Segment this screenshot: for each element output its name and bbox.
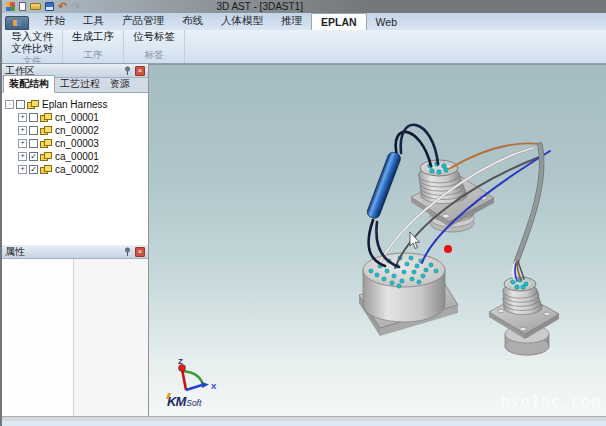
tree-item-label: ca_00001 (55, 151, 99, 162)
logo-soft-text: Soft (186, 398, 201, 408)
app-icon[interactable] (6, 2, 15, 11)
checkbox[interactable]: ✓ (29, 165, 38, 174)
ribbon-group-label-tag: 标签 (131, 48, 177, 63)
close-icon[interactable]: × (135, 247, 145, 257)
tab-product-management[interactable]: 产品管理 (113, 12, 173, 30)
km-soft-logo: KMSoft (167, 393, 201, 409)
properties-name-column (2, 259, 74, 416)
harness-connector-icon (40, 165, 52, 174)
new-file-icon[interactable] (19, 2, 26, 11)
expander-icon[interactable]: + (18, 126, 27, 135)
checkbox[interactable] (16, 100, 25, 109)
expander-icon[interactable]: + (18, 139, 27, 148)
harness-connector-icon (40, 139, 52, 148)
tree-item-label: cn_00002 (55, 125, 99, 136)
harness-connector-icon (40, 152, 52, 161)
file-compare-button[interactable]: 文件比对 (9, 43, 55, 55)
sleeve-blue[interactable] (366, 151, 402, 220)
ribbon-group-file: 导入文件 文件比对 文件 (2, 30, 63, 63)
logo-km-text: KM (167, 394, 185, 409)
tab-routing[interactable]: 布线 (173, 12, 212, 30)
import-file-button[interactable]: 导入文件 (9, 31, 55, 43)
save-icon[interactable] (45, 2, 54, 11)
tab-resources[interactable]: 资源 (105, 76, 135, 92)
tree-row[interactable]: + cn_00002 (5, 124, 148, 137)
status-bar (2, 416, 606, 421)
workspace-panel-tabs: 装配结构 工艺过程 资源 (2, 78, 148, 93)
position-label-button[interactable]: 位号标签 (131, 31, 177, 43)
viewport-3d[interactable]: Z X KMSoft hvo1nc.com (149, 64, 606, 416)
checkbox[interactable] (29, 126, 38, 135)
file-menu-icon (13, 20, 21, 26)
pin-icon[interactable] (123, 247, 132, 257)
harness-connector-icon (40, 126, 52, 135)
watermark-text: hvo1nc.com (501, 393, 601, 411)
expander-icon[interactable]: + (18, 152, 27, 161)
tree-row[interactable]: + cn_00003 (5, 137, 148, 150)
assembly-tree: - Eplan Harness + cn_00001 + (2, 93, 148, 245)
tab-assembly-structure[interactable]: 装配结构 (3, 75, 55, 93)
tree-row[interactable]: + ✓ ca_00001 (5, 150, 148, 163)
tab-start[interactable]: 开始 (35, 12, 74, 30)
checkbox[interactable] (29, 113, 38, 122)
expander-icon[interactable]: - (5, 100, 14, 109)
file-menu-button[interactable] (5, 16, 29, 30)
expander-icon[interactable]: + (18, 165, 27, 174)
properties-panel-title: 属性 (5, 245, 123, 259)
ribbon: 导入文件 文件比对 文件 生成工序 工序 位号标签 标签 (2, 30, 606, 64)
properties-panel-header: 属性 × (2, 245, 148, 259)
tree-item-label: cn_00001 (55, 112, 99, 123)
harness-connector-icon (27, 100, 39, 109)
properties-value-column (74, 259, 148, 416)
red-marker-dot (444, 245, 452, 253)
tree-row-root[interactable]: - Eplan Harness (5, 98, 148, 111)
ribbon-group-process: 生成工序 工序 (63, 30, 124, 63)
window-title: 3D AST - [3DAST1] (86, 1, 303, 12)
tab-process[interactable]: 工艺过程 (55, 76, 105, 92)
tab-human-model[interactable]: 人体模型 (212, 12, 272, 30)
quick-access-toolbar: ↶ ↷ (4, 2, 86, 11)
open-folder-icon[interactable] (30, 3, 41, 10)
connector-right[interactable] (489, 277, 559, 355)
harness-connector-icon (40, 113, 52, 122)
undo-icon[interactable]: ↶ (58, 2, 67, 11)
3d-canvas[interactable]: Z X (149, 65, 606, 416)
left-dock-panel: 工作区 × 装配结构 工艺过程 资源 - Eplan Harness (2, 64, 149, 416)
redo-icon[interactable]: ↷ (71, 2, 80, 11)
tree-item-label: cn_00003 (55, 138, 99, 149)
axes-triad[interactable]: Z X (178, 357, 217, 391)
tab-eplan[interactable]: EPLAN (311, 13, 367, 30)
tab-inference[interactable]: 推理 (272, 12, 311, 30)
axis-x-label: X (211, 382, 217, 391)
axis-z-label: Z (178, 357, 183, 366)
ribbon-group-label-process: 工序 (70, 48, 116, 63)
ribbon-tab-bar: 开始 工具 产品管理 布线 人体模型 推理 EPLAN Web (2, 13, 606, 30)
tree-item-label: Eplan Harness (42, 99, 108, 110)
close-icon[interactable]: × (135, 66, 145, 76)
checkbox[interactable] (29, 139, 38, 148)
properties-grid (2, 259, 148, 416)
tree-row[interactable]: + ✓ ca_00002 (5, 163, 148, 176)
pin-icon[interactable] (123, 66, 132, 76)
connector-drum[interactable] (359, 253, 458, 336)
tab-web[interactable]: Web (367, 14, 406, 30)
tree-row[interactable]: + cn_00001 (5, 111, 148, 124)
checkbox[interactable]: ✓ (29, 152, 38, 161)
tree-item-label: ca_00002 (55, 164, 99, 175)
generate-process-button[interactable]: 生成工序 (70, 31, 116, 43)
expander-icon[interactable]: + (18, 113, 27, 122)
tab-tools[interactable]: 工具 (74, 12, 113, 30)
main-area: 工作区 × 装配结构 工艺过程 资源 - Eplan Harness (2, 64, 606, 416)
ribbon-group-label: 位号标签 标签 (124, 30, 185, 63)
